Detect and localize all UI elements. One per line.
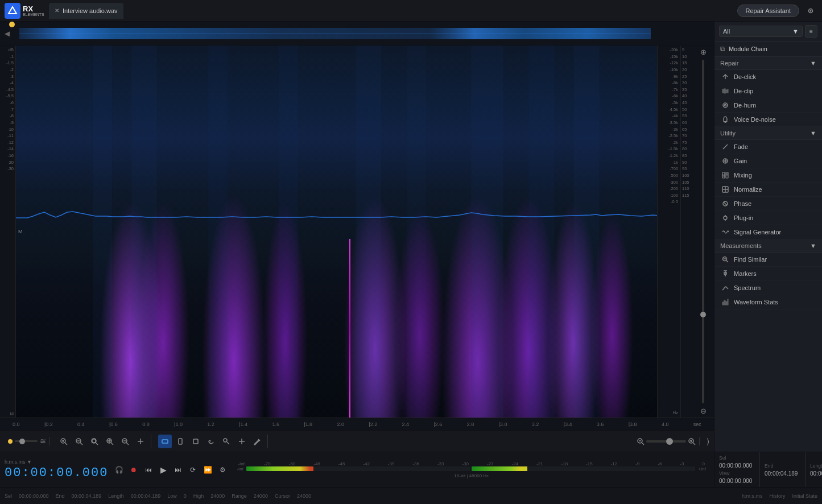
pencil-button[interactable]: [250, 435, 264, 448]
headphone-button[interactable]: 🎧: [113, 464, 125, 476]
x-axis-labels: 0.0 |0.2 0.4 |0.6 0.8 |1.0 1.2 |1.4 1.6 …: [13, 422, 701, 427]
sidebar-item-spectrum[interactable]: Spectrum: [714, 281, 822, 295]
format-info: 16-bit | 48000 Hz: [237, 473, 706, 478]
expand-icon[interactable]: ⟩: [707, 437, 709, 446]
record-button[interactable]: ⏺: [127, 464, 140, 476]
signal-generator-label: Signal Generator: [734, 229, 781, 236]
db-label-14: -14: [7, 146, 14, 152]
range-footer-value: 24000: [254, 493, 268, 499]
sidebar-item-normalize[interactable]: Normalize: [714, 183, 822, 197]
overview-playhead[interactable]: [9, 22, 15, 27]
cursor-footer-value: 24000: [297, 493, 311, 499]
sel-view-info: Sel 00:00:00.000 View 00:00:00.000: [714, 452, 760, 487]
snap-button[interactable]: [235, 435, 249, 448]
svg-line-54: [723, 144, 728, 149]
svg-point-35: [224, 439, 227, 442]
sidebar-item-markers[interactable]: Markers: [714, 267, 822, 281]
spectrum-label: Spectrum: [734, 284, 761, 291]
category-dropdown[interactable]: All ▼: [719, 26, 803, 37]
svg-rect-77: [726, 301, 727, 305]
select-timefreq-button[interactable]: [189, 435, 203, 448]
svg-rect-33: [193, 439, 198, 444]
sidebar-item-fade[interactable]: Fade: [714, 140, 822, 154]
right-sidebar: All ▼ ≡ ⧉ Module Chain Repair ▼ De-click: [714, 22, 822, 487]
skip-back-button[interactable]: ⏮: [142, 464, 155, 476]
sidebar-item-mixing[interactable]: Mixing: [714, 168, 822, 183]
spectrum-icon: [721, 284, 729, 292]
settings-icon[interactable]: [804, 4, 817, 18]
sidebar-item-gain[interactable]: Gain: [714, 154, 822, 168]
declip-icon: [721, 87, 729, 95]
zoom-selection-button[interactable]: [88, 435, 101, 448]
loop-button[interactable]: ⟳: [187, 464, 199, 476]
waveform-view-icon[interactable]: ≋: [40, 437, 46, 445]
db-label-3: -3: [10, 73, 14, 80]
zoom-out-icon[interactable]: ⊖: [700, 407, 707, 415]
end-button[interactable]: ⏩: [201, 464, 214, 476]
magic-wand-button[interactable]: [220, 435, 233, 448]
playhead-marker: [8, 439, 13, 444]
horizontal-zoom-knob[interactable]: [666, 438, 673, 445]
zoom-in-button[interactable]: [57, 435, 71, 448]
waveform-overview[interactable]: ◀: [0, 22, 714, 46]
repair-section-header[interactable]: Repair ▼: [714, 57, 822, 70]
position-slider[interactable]: [15, 440, 38, 442]
zoom-in-icon[interactable]: ⊕: [700, 48, 707, 56]
spectrogram-canvas[interactable]: M: [16, 46, 657, 418]
sidebar-menu-button[interactable]: ≡: [805, 25, 817, 38]
sidebar-item-voice-denoise[interactable]: Voice De-noise: [714, 113, 822, 127]
repair-assistant-button[interactable]: Repair Assistant: [737, 5, 799, 17]
length-footer-label: Length: [108, 493, 124, 499]
sel-start-time-footer: 00:00:00.000: [19, 493, 49, 499]
horizontal-zoom-slider[interactable]: [646, 440, 686, 443]
sidebar-item-dehum[interactable]: De-hum: [714, 98, 822, 113]
zoom-side: ⊕ ⊖: [697, 46, 709, 418]
sidebar-item-plugin[interactable]: Plug-in: [714, 211, 822, 225]
db-label-1.5: -1.5: [6, 60, 14, 67]
select-time-button[interactable]: [158, 435, 172, 448]
select-freq-button[interactable]: [174, 435, 187, 448]
phase-icon: [721, 200, 729, 208]
pan-button[interactable]: [134, 435, 147, 448]
svg-rect-23: [92, 439, 96, 443]
right-scales: -20k -15k -12k -10k -9k -8k -7k -6k -5k …: [657, 46, 714, 418]
tab-close[interactable]: ✕: [55, 7, 59, 14]
measurements-section-header[interactable]: Measurements ▼: [714, 239, 822, 253]
sidebar-item-phase[interactable]: Phase: [714, 197, 822, 211]
spectrogram-container[interactable]: dB -1 -1.5 -2 -3 -4 -4.5 -5.5 -6 -7 -8 -…: [0, 46, 714, 418]
svg-line-25: [111, 443, 113, 445]
utility-section-header[interactable]: Utility ▼: [714, 127, 822, 140]
db-label-2: -2: [10, 67, 14, 73]
zoom-region-button[interactable]: [118, 435, 132, 448]
svg-line-40: [642, 443, 644, 445]
play-button[interactable]: ▶: [157, 464, 170, 476]
settings-button[interactable]: ⚙: [216, 464, 229, 476]
module-chain-button[interactable]: ⧉ Module Chain: [714, 42, 822, 57]
time-format-label[interactable]: h:m:s.ms ▼: [5, 459, 108, 465]
svg-rect-78: [728, 299, 728, 305]
svg-point-51: [725, 105, 726, 106]
skip-forward-button[interactable]: ⏭: [172, 464, 184, 476]
sidebar-item-declick[interactable]: De-click: [714, 70, 822, 84]
zoom-fit-button[interactable]: [103, 435, 117, 448]
svg-line-34: [227, 442, 229, 444]
zoom-out-button[interactable]: [72, 435, 86, 448]
logo-text: RX: [23, 5, 44, 13]
lasso-button[interactable]: [204, 435, 218, 448]
top-bar: RX ELEMENTS ✕ Interview audio.wav Repair…: [0, 0, 822, 22]
dehum-icon: [721, 101, 729, 109]
sidebar-item-signal-generator[interactable]: Signal Generator: [714, 225, 822, 239]
position-knob[interactable]: [19, 439, 25, 444]
time-display-value: 00:00:00.000: [5, 466, 108, 480]
sidebar-item-find-similar[interactable]: Find Similar: [714, 253, 822, 267]
zoom-tools-group: [53, 435, 151, 448]
level-meter-section: -Inf. -70 -60 -48 -45 -42 -39 -36 -33 -3…: [233, 461, 709, 478]
playback-controls-group: ≋: [5, 437, 50, 445]
gain-label: Gain: [734, 158, 747, 164]
main-tab[interactable]: ✕ Interview audio.wav: [49, 3, 123, 19]
sidebar-item-declip[interactable]: De-clip: [714, 84, 822, 98]
find-similar-icon: [721, 255, 729, 263]
svg-rect-60: [723, 175, 725, 176]
end-info: End 00:00:04.189: [760, 452, 806, 487]
sidebar-item-waveform-stats[interactable]: Waveform Stats: [714, 295, 822, 309]
